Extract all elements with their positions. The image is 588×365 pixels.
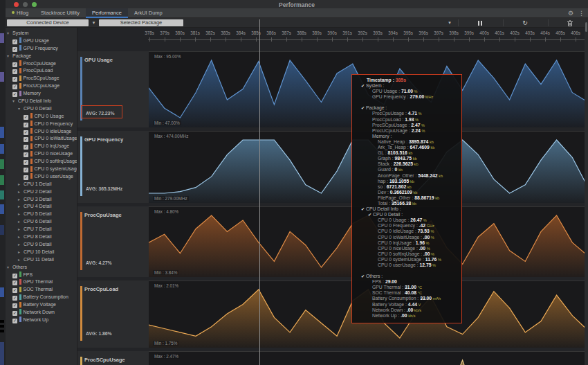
sidebar-item-cpu-0-softirqusage[interactable]: ✓CPU 0 softIrqUsage xyxy=(6,158,77,166)
expanded-arrow-icon[interactable]: ▾ xyxy=(7,264,12,271)
sidebar-item-cpu-0-irqusage[interactable]: ✓CPU 0 irqUsage xyxy=(6,143,77,150)
tree-group-system[interactable]: ▾System xyxy=(6,30,77,37)
sidebar-item-cpu-0-niceusage[interactable]: ✓CPU 0 niceUsage xyxy=(6,150,77,158)
chart-header-procscpuusage[interactable]: ProcSCpuUsage xyxy=(77,351,149,365)
checkbox[interactable]: ✓ xyxy=(12,39,17,44)
collapsed-arrow-icon[interactable]: ▸ xyxy=(18,249,24,256)
sidebar-item-network-up[interactable]: ✓Network Up xyxy=(6,317,77,324)
tab-stacktrace-utility[interactable]: Stacktrace Utility xyxy=(35,8,86,18)
checkbox[interactable]: ✓ xyxy=(12,62,17,67)
checkbox[interactable]: ✓ xyxy=(12,319,17,323)
sidebar-item-battery-voltage[interactable]: ✓Battery Voltage xyxy=(6,301,77,309)
refresh-button[interactable]: ↻ xyxy=(507,18,543,28)
tree-group-cpu-9-detail[interactable]: ▸CPU 9 Detail xyxy=(6,241,77,249)
more-menu-icon[interactable]: ⋮ xyxy=(578,8,585,18)
tree-group-cpu-4-detail[interactable]: ▸CPU 4 Detail xyxy=(6,203,77,211)
clear-button[interactable] xyxy=(552,18,588,28)
expanded-arrow-icon[interactable]: ▾ xyxy=(12,98,18,105)
sidebar-item-battery-consumption[interactable]: ✓Battery Consumption xyxy=(6,294,77,301)
collapsed-arrow-icon[interactable]: ▸ xyxy=(18,226,24,233)
checkbox[interactable]: ✓ xyxy=(12,274,17,278)
checkbox[interactable]: ✓ xyxy=(24,130,28,135)
sidebar-item-procscpuusage[interactable]: ✓ProcSCpuUsage xyxy=(6,75,77,82)
chart-header-proccpuload[interactable]: ProcCpuLoadAVG: 1.86% xyxy=(77,281,149,348)
tree-group-cpu-2-detail[interactable]: ▸CPU 2 Detail xyxy=(6,188,77,196)
collapsed-arrow-icon[interactable]: ▸ xyxy=(18,241,24,249)
checkbox[interactable]: ✓ xyxy=(12,288,17,293)
tree-group-cpu-0-detail[interactable]: ▾CPU 0 Detail xyxy=(6,105,77,113)
sidebar-item-memory[interactable]: ✓Memory xyxy=(6,90,77,98)
tree-group-cpu-11-detail[interactable]: ▸CPU 11 Detail xyxy=(6,256,77,264)
checkbox[interactable]: ✓ xyxy=(12,92,17,97)
checkbox[interactable]: ✓ xyxy=(24,152,28,157)
checkbox[interactable]: ✓ xyxy=(12,303,17,308)
sidebar-item-proccpuload[interactable]: ✓ProcCpuLoad xyxy=(6,67,77,75)
checkbox[interactable]: ✓ xyxy=(24,160,28,165)
tree-group-cpu-3-detail[interactable]: ▸CPU 3 Detail xyxy=(6,196,77,204)
checkbox[interactable]: ✓ xyxy=(12,296,17,301)
tree-group-package[interactable]: ▾Package xyxy=(6,53,77,60)
checkbox[interactable]: ✓ xyxy=(12,311,17,316)
sidebar-item-cpu-0-systemusage[interactable]: ✓CPU 0 systemUsage xyxy=(6,166,77,173)
sidebar-item-gpu-thermal[interactable]: ✓GPU Thermal xyxy=(6,278,77,286)
collapsed-arrow-icon[interactable]: ▸ xyxy=(18,203,24,211)
sidebar-item-procucpuusage[interactable]: ✓ProcUCpuUsage xyxy=(6,82,77,90)
sidebar-item-gpu-usage[interactable]: ✓GPU Usage xyxy=(6,37,77,45)
collapsed-arrow-icon[interactable]: ▸ xyxy=(18,218,24,226)
sidebar-item-gpu-frequency[interactable]: ✓GPU Frequency xyxy=(6,45,77,53)
sidebar-item-cpu-0-iowaitusage[interactable]: ✓CPU 0 ioWaitUsage xyxy=(6,135,77,143)
tab-performance[interactable]: Performance xyxy=(86,8,128,18)
collapsed-arrow-icon[interactable]: ▸ xyxy=(18,181,24,188)
tree-group-cpu-detail-info[interactable]: ▾CPU Detail Info xyxy=(6,98,77,105)
tree-group-cpu-7-detail[interactable]: ▸CPU 7 Detail xyxy=(6,226,77,233)
connected-device-dropdown[interactable]: Connected Device xyxy=(7,19,89,26)
tree-group-cpu-5-detail[interactable]: ▸CPU 5 Detail xyxy=(6,211,77,218)
sidebar-item-fps[interactable]: ✓FPS xyxy=(6,271,77,279)
scrollbar-thumb[interactable] xyxy=(585,22,587,32)
checkbox[interactable]: ✓ xyxy=(12,281,17,285)
sidebar-item-soc-thermal[interactable]: ✓SOC Thermal xyxy=(6,286,77,294)
sidebar-item-cpu-0-idleusage[interactable]: ✓CPU 0 idleUsage xyxy=(6,128,77,136)
tab-hilog[interactable]: Hilog xyxy=(6,8,35,18)
checkbox[interactable]: ✓ xyxy=(24,168,28,172)
checkbox[interactable]: ✓ xyxy=(24,175,28,180)
collapsed-arrow-icon[interactable]: ▸ xyxy=(18,211,24,218)
time-axis[interactable]: 378s379s380s381s382s383s384s385s386s387s… xyxy=(77,28,588,51)
sidebar-item-proccpuusage[interactable]: ✓ProcCpuUsage xyxy=(6,60,77,68)
checkbox[interactable]: ✓ xyxy=(12,84,17,89)
sidebar-item-network-down[interactable]: ✓Network Down xyxy=(6,309,77,317)
chart-header-gpu-usage[interactable]: GPU UsageAVG: 72.23% xyxy=(77,51,149,127)
checkbox[interactable]: ✓ xyxy=(12,69,17,74)
sidebar-item-cpu-0-usage[interactable]: ✓CPU 0 Usage xyxy=(6,113,77,121)
pause-button[interactable] xyxy=(462,18,498,28)
chart-plot-procscpuusage[interactable]: Max : 2.47% xyxy=(149,351,588,365)
tree-group-others[interactable]: ▾Others xyxy=(6,264,77,271)
chart-header-gpu-frequency[interactable]: GPU FrequencyAVG: 365.32MHz xyxy=(77,131,149,203)
tree-group-cpu-6-detail[interactable]: ▸CPU 6 Detail xyxy=(6,218,77,226)
collapsed-arrow-icon[interactable]: ▸ xyxy=(18,188,24,196)
sidebar-item-cpu-0-userusage[interactable]: ✓CPU 0 userUsage xyxy=(6,173,77,181)
tab-arkui-dump[interactable]: ArkUI Dump xyxy=(128,8,169,18)
checkbox[interactable]: ✓ xyxy=(24,145,28,150)
tree-group-cpu-10-detail[interactable]: ▸CPU 10 Detail xyxy=(6,249,77,256)
checkbox[interactable]: ✓ xyxy=(24,137,28,142)
checkbox[interactable]: ✓ xyxy=(24,123,28,127)
tree-group-cpu-1-detail[interactable]: ▸CPU 1 Detail xyxy=(6,181,77,188)
expanded-arrow-icon[interactable]: ▾ xyxy=(7,53,12,60)
collapsed-arrow-icon[interactable]: ▸ xyxy=(18,196,24,204)
selected-package-dropdown[interactable]: Selected Package xyxy=(99,19,183,26)
checkbox[interactable]: ✓ xyxy=(12,77,17,82)
package-caret-icon[interactable]: ▾ xyxy=(444,19,455,26)
collapsed-arrow-icon[interactable]: ▸ xyxy=(18,256,24,264)
expanded-arrow-icon[interactable]: ▾ xyxy=(18,105,24,113)
tree-group-cpu-8-detail[interactable]: ▸CPU 8 Detail xyxy=(6,233,77,241)
checkbox[interactable]: ✓ xyxy=(12,47,17,52)
settings-icon[interactable]: ⚙ xyxy=(568,8,573,18)
sidebar-item-cpu-0-frequency[interactable]: ✓CPU 0 Frequency xyxy=(6,121,77,128)
device-caret-icon[interactable]: ▾ xyxy=(89,19,98,26)
collapsed-arrow-icon[interactable]: ▸ xyxy=(18,233,24,241)
checkbox[interactable]: ✓ xyxy=(24,115,28,120)
chart-header-proccpuusage[interactable]: ProcCpuUsageAVG: 4.27% xyxy=(77,206,149,277)
expanded-arrow-icon[interactable]: ▾ xyxy=(7,30,12,37)
scrollbar[interactable] xyxy=(585,18,588,365)
